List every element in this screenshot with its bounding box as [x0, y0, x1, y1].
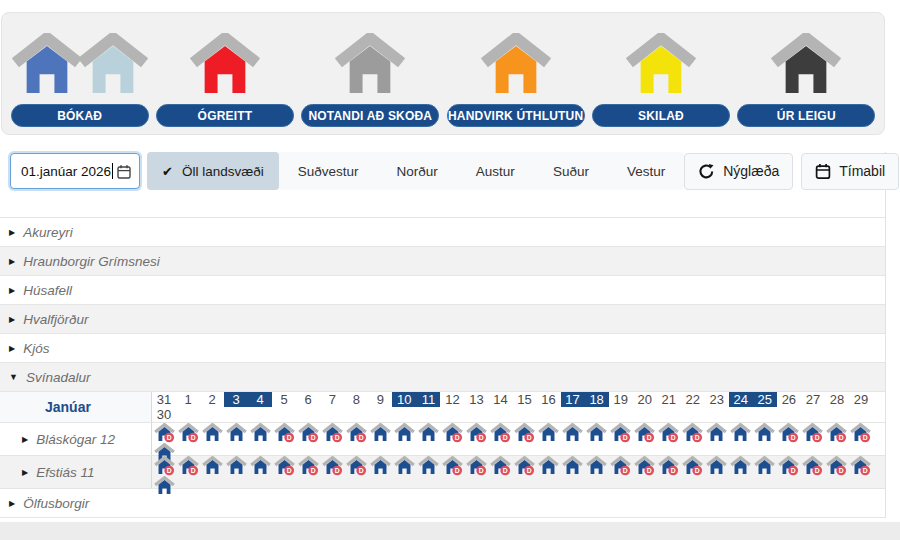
region-row-2[interactable]: ▶Húsafell — [0, 275, 885, 304]
tab-region-0[interactable]: ✔Öll landsvæði — [147, 152, 279, 190]
day-house-cell[interactable]: D — [849, 423, 873, 443]
day-header-cell[interactable]: 21 — [657, 392, 681, 407]
day-house-cell[interactable]: D — [512, 423, 536, 443]
day-house-cell[interactable]: D — [440, 456, 464, 476]
day-house-cell[interactable]: D — [296, 456, 320, 476]
day-header-cell[interactable]: 4 — [248, 392, 272, 407]
period-button[interactable]: Tímabil — [801, 153, 899, 190]
day-house-cell[interactable] — [248, 423, 272, 443]
refresh-button[interactable]: Nýglæða — [684, 153, 793, 190]
day-header-cell[interactable]: 12 — [440, 392, 464, 407]
day-header-cell[interactable]: 16 — [537, 392, 561, 407]
day-header-cell[interactable]: 7 — [320, 392, 344, 407]
property-label[interactable]: ▶Efstiás 11 — [0, 456, 152, 488]
day-header-cell[interactable]: 2 — [200, 392, 224, 407]
day-house-cell[interactable] — [392, 423, 416, 443]
region-row-0[interactable]: ▶Akureyri — [0, 217, 885, 246]
day-header-cell[interactable]: 10 — [392, 392, 416, 407]
day-house-cell[interactable] — [585, 423, 609, 443]
day-house-cell[interactable]: D — [777, 456, 801, 476]
day-house-cell[interactable]: D — [681, 423, 705, 443]
day-header-cell[interactable]: 31 — [152, 392, 176, 407]
day-house-cell[interactable] — [224, 456, 248, 476]
day-header-cell[interactable]: 27 — [801, 392, 825, 407]
day-house-cell[interactable] — [729, 456, 753, 476]
day-house-cell[interactable]: D — [320, 456, 344, 476]
day-header-cell[interactable]: 9 — [368, 392, 392, 407]
day-house-cell[interactable]: D — [657, 456, 681, 476]
day-header-cell[interactable]: 13 — [464, 392, 488, 407]
day-header-cell[interactable]: 11 — [416, 392, 440, 407]
day-header-cell[interactable]: 18 — [585, 392, 609, 407]
region-row-1[interactable]: ▶Hraunborgir Grímsnesi — [0, 246, 885, 275]
day-house-cell[interactable]: D — [296, 423, 320, 443]
tab-region-3[interactable]: Austur — [457, 152, 534, 190]
day-house-cell[interactable]: D — [488, 423, 512, 443]
day-house-cell[interactable] — [705, 423, 729, 443]
day-house-cell[interactable]: D — [440, 423, 464, 443]
day-house-cell[interactable]: D — [825, 456, 849, 476]
day-house-cell[interactable]: D — [344, 423, 368, 443]
tab-region-2[interactable]: Norður — [378, 152, 457, 190]
day-house-cell[interactable] — [537, 423, 561, 443]
day-house-cell[interactable]: D — [801, 456, 825, 476]
day-header-cell[interactable]: 25 — [753, 392, 777, 407]
day-house-cell[interactable]: D — [801, 423, 825, 443]
day-house-cell[interactable]: D — [464, 456, 488, 476]
day-house-cell[interactable]: D — [657, 423, 681, 443]
day-house-cell[interactable]: D — [609, 456, 633, 476]
day-house-cell[interactable] — [416, 456, 440, 476]
property-row[interactable]: ▶Bláskógar 12DDDDDDDDDDDDDDDDDD — [0, 422, 885, 455]
tab-region-5[interactable]: Vestur — [608, 152, 684, 190]
day-header-cell[interactable]: 15 — [512, 392, 536, 407]
day-house-cell[interactable]: D — [272, 456, 296, 476]
day-house-cell[interactable]: D — [849, 456, 873, 476]
day-header-cell[interactable]: 6 — [296, 392, 320, 407]
day-house-cell[interactable]: D — [320, 423, 344, 443]
day-house-cell[interactable]: D — [344, 456, 368, 476]
day-house-cell[interactable] — [585, 456, 609, 476]
day-header-cell[interactable]: 20 — [633, 392, 657, 407]
day-house-cell[interactable]: D — [176, 456, 200, 476]
day-house-cell[interactable] — [248, 456, 272, 476]
day-house-cell[interactable]: D — [512, 456, 536, 476]
day-house-cell[interactable] — [368, 456, 392, 476]
day-house-cell[interactable]: D — [825, 423, 849, 443]
day-header-cell[interactable]: 22 — [681, 392, 705, 407]
tab-region-4[interactable]: Suður — [534, 152, 608, 190]
day-header-cell[interactable]: 29 — [849, 392, 873, 407]
day-house-cell[interactable]: D — [176, 423, 200, 443]
day-header-cell[interactable]: 14 — [488, 392, 512, 407]
region-row-3[interactable]: ▶Hvalfjörður — [0, 304, 885, 333]
property-row[interactable]: ▶Efstiás 11DDDDDDDDDDDDDDDDDD — [0, 455, 885, 488]
day-house-cell[interactable] — [537, 456, 561, 476]
day-house-cell[interactable] — [368, 423, 392, 443]
day-house-cell[interactable] — [416, 423, 440, 443]
day-house-cell[interactable]: D — [609, 423, 633, 443]
day-header-cell[interactable]: 24 — [729, 392, 753, 407]
day-header-cell[interactable]: 8 — [344, 392, 368, 407]
day-house-cell[interactable]: D — [681, 456, 705, 476]
day-house-cell[interactable] — [152, 476, 176, 496]
day-header-cell[interactable]: 3 — [224, 392, 248, 407]
day-house-cell[interactable] — [392, 456, 416, 476]
day-header-cell[interactable]: 1 — [176, 392, 200, 407]
day-header-cell[interactable]: 26 — [777, 392, 801, 407]
day-header-cell[interactable]: 17 — [561, 392, 585, 407]
date-input[interactable]: 01.janúar 2026 — [10, 153, 140, 189]
region-row-6[interactable]: ▶Ölfusborgir — [0, 488, 885, 517]
day-house-cell[interactable] — [224, 423, 248, 443]
day-house-cell[interactable]: D — [488, 456, 512, 476]
day-house-cell[interactable] — [753, 456, 777, 476]
day-house-cell[interactable] — [200, 456, 224, 476]
day-header-cell[interactable]: 30 — [152, 407, 176, 422]
calendar-icon[interactable] — [116, 164, 132, 180]
day-house-cell[interactable] — [200, 423, 224, 443]
day-house-cell[interactable]: D — [464, 423, 488, 443]
day-house-cell[interactable] — [729, 423, 753, 443]
day-house-cell[interactable] — [561, 423, 585, 443]
day-header-cell[interactable]: 28 — [825, 392, 849, 407]
day-header-cell[interactable]: 5 — [272, 392, 296, 407]
region-row-4[interactable]: ▶Kjós — [0, 333, 885, 362]
day-house-cell[interactable]: D — [633, 423, 657, 443]
